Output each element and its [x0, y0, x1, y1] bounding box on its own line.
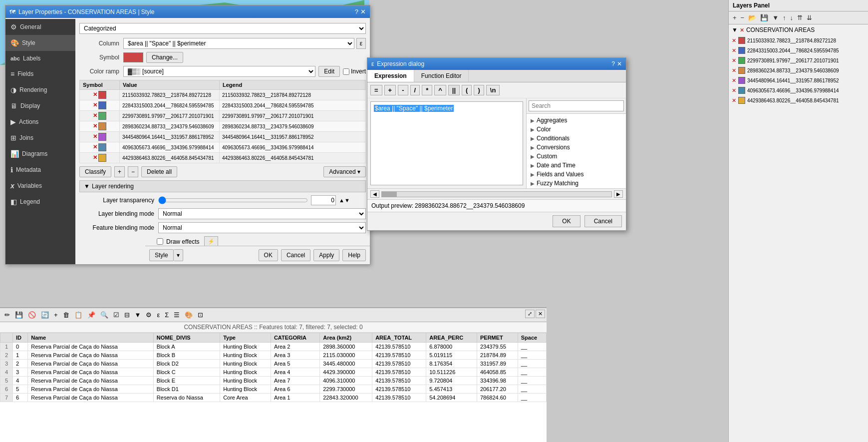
op-concat[interactable]: ||: [448, 85, 460, 95]
sidebar-item-metadata[interactable]: ℹ Metadata: [5, 162, 75, 178]
list-item[interactable]: ✕ 4429386463.80226__464058.845434781: [729, 95, 868, 105]
attr-table-scroll[interactable]: IDNameNOME_DIVISTypeCATEGORIAArea (km2)A…: [0, 333, 547, 433]
invert-checkbox[interactable]: [343, 68, 349, 75]
table-col-header[interactable]: Name: [28, 333, 154, 343]
table-col-header[interactable]: AREA_PERC: [426, 333, 477, 343]
style-arrow-button[interactable]: ▾: [174, 249, 183, 261]
layer-item-close-btn[interactable]: ✕: [732, 57, 736, 64]
layer-item-close-btn[interactable]: ✕: [732, 77, 736, 84]
attr-cancel-edit-btn[interactable]: 🚫: [26, 310, 38, 320]
tab-function-editor[interactable]: Function Editor: [414, 70, 469, 82]
ok-button[interactable]: OK: [259, 249, 278, 261]
advanced-button[interactable]: Advanced ▾: [323, 166, 366, 177]
tree-item[interactable]: ▶General: [529, 188, 624, 188]
layer-item-close-btn[interactable]: ✕: [732, 87, 736, 94]
help-icon-titlebar[interactable]: ?: [355, 8, 358, 15]
sidebar-item-diagrams[interactable]: 📊 Diagrams: [5, 146, 75, 162]
list-item[interactable]: ✕ 22843315003.2044__786824.595594785: [729, 45, 868, 55]
apply-button[interactable]: Apply: [313, 249, 339, 261]
layer-item-close-btn[interactable]: ✕: [732, 47, 736, 54]
sidebar-item-variables[interactable]: x Variables: [5, 178, 75, 194]
sidebar-item-display[interactable]: 🖥 Display: [5, 98, 75, 114]
sidebar-item-joins[interactable]: ⊞ Joins: [5, 130, 75, 146]
color-ramp-select[interactable]: ▓▒░ [source]: [123, 66, 315, 77]
layer-item-close-btn[interactable]: ✕: [732, 67, 736, 74]
expr-ok-button[interactable]: OK: [553, 215, 580, 227]
expr-cancel-button[interactable]: Cancel: [584, 215, 622, 227]
change-button[interactable]: Change...: [146, 52, 183, 63]
expr-help-btn[interactable]: ?: [611, 60, 615, 67]
delete-symbol-btn[interactable]: ✕: [93, 154, 97, 161]
sidebar-item-rendering[interactable]: ◑ Rendering: [5, 82, 75, 98]
help-button[interactable]: Help: [342, 249, 366, 261]
op-multiply[interactable]: *: [422, 85, 432, 95]
tree-item[interactable]: ▶Fields and Values: [529, 170, 624, 179]
sidebar-item-labels[interactable]: abc Labels: [5, 51, 75, 66]
render-type-select[interactable]: Categorized: [79, 23, 366, 34]
search-input[interactable]: [529, 100, 624, 111]
edit-button[interactable]: Edit: [318, 66, 340, 77]
group-close-btn[interactable]: ✕: [740, 27, 744, 33]
layers-move-bottom-btn[interactable]: ⇊: [805, 13, 814, 22]
table-col-header[interactable]: Area (km2): [320, 333, 372, 343]
layers-add-btn[interactable]: +: [731, 13, 738, 22]
attr-adv-filter-btn[interactable]: ⚙: [144, 310, 154, 320]
feature-blending-select[interactable]: Normal: [158, 222, 366, 233]
sidebar-item-style[interactable]: 🎨 Style: [5, 35, 75, 51]
table-col-header[interactable]: Type: [220, 333, 271, 343]
transparency-value-input[interactable]: [311, 195, 336, 205]
transparency-arrows[interactable]: ▲▼: [339, 197, 350, 203]
transparency-slider[interactable]: [158, 196, 308, 204]
table-col-header[interactable]: CATEGORIA: [271, 333, 319, 343]
delete-all-button[interactable]: Delete all: [141, 166, 177, 177]
tree-item[interactable]: ▶Conditionals: [529, 134, 624, 143]
layer-rendering-header[interactable]: ▼ Layer rendering: [79, 180, 366, 192]
layer-blending-select[interactable]: Normal: [158, 208, 366, 219]
sidebar-item-fields[interactable]: ≡ Fields: [5, 66, 75, 82]
delete-symbol-btn[interactable]: ✕: [93, 91, 97, 98]
table-col-header[interactable]: PERMET: [477, 333, 518, 343]
layers-filter-btn[interactable]: ▼: [771, 13, 780, 22]
op-divide[interactable]: /: [410, 85, 420, 95]
classify-button[interactable]: Classify: [79, 166, 111, 177]
tree-item[interactable]: ▶Date and Time: [529, 161, 624, 170]
attr-select-all-btn[interactable]: ☑: [111, 310, 121, 320]
op-rparen[interactable]: ): [474, 85, 484, 95]
table-col-header[interactable]: NOME_DIVIS: [153, 333, 220, 343]
sidebar-item-general[interactable]: ⚙ General: [5, 19, 75, 35]
layer-item-close-btn[interactable]: ✕: [732, 97, 736, 104]
attr-organize-btn[interactable]: ☰: [172, 310, 182, 320]
tree-item[interactable]: ▶Conversions: [529, 143, 624, 152]
list-item[interactable]: ✕ 2299730891.97997__206177.201071901: [729, 55, 868, 65]
table-col-header[interactable]: ID: [13, 333, 28, 343]
layers-down-btn[interactable]: ↓: [789, 13, 795, 22]
attr-new-row-btn[interactable]: +: [52, 310, 60, 320]
delete-symbol-btn[interactable]: ✕: [93, 123, 97, 129]
layers-open-btn[interactable]: 📂: [747, 13, 758, 22]
attr-copy-btn[interactable]: 📋: [72, 310, 84, 320]
attr-filter-btn[interactable]: ▼: [133, 310, 143, 320]
list-item[interactable]: ✕ 3445480964.16441__331957.886178952: [729, 75, 868, 85]
op-newline[interactable]: \n: [486, 85, 500, 95]
op-plus[interactable]: +: [384, 85, 396, 95]
table-col-header[interactable]: Space: [518, 333, 546, 343]
attr-paste-btn[interactable]: 📌: [85, 310, 97, 320]
expr-close-btn[interactable]: ✕: [617, 60, 622, 67]
draw-effects-checkbox[interactable]: [157, 238, 163, 245]
tree-item[interactable]: ▶Color: [529, 125, 624, 134]
tree-item[interactable]: ▶Aggregates: [529, 116, 624, 125]
add-symbol-button[interactable]: +: [114, 166, 125, 177]
remove-symbol-button[interactable]: −: [128, 166, 138, 177]
sidebar-item-legend[interactable]: ◧ Legend: [5, 194, 75, 210]
layers-save-btn[interactable]: 💾: [759, 13, 770, 22]
expr-input-area[interactable]: $area || "Space" || $perimeter: [370, 101, 523, 185]
expression-button[interactable]: ε: [356, 38, 366, 49]
op-power[interactable]: ^: [434, 85, 446, 95]
attr-select-expr-btn[interactable]: ε: [155, 310, 162, 320]
op-lparen[interactable]: (: [462, 85, 472, 95]
style-button[interactable]: Style: [149, 249, 174, 261]
layer-item-close-btn[interactable]: ✕: [732, 37, 736, 44]
attr-zoom-select-btn[interactable]: 🔍: [98, 310, 110, 320]
list-item[interactable]: ✕ 2115033932.78823__218784.89272128: [729, 35, 868, 45]
scroll-track[interactable]: [381, 191, 612, 197]
